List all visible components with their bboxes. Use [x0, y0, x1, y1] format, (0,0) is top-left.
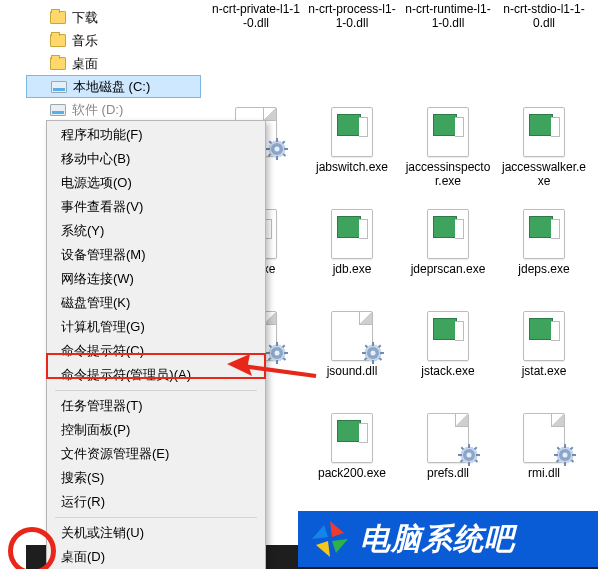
file-item[interactable]: jdb.exe — [304, 208, 400, 306]
context-menu-item[interactable]: 运行(R) — [47, 490, 265, 514]
svg-rect-23 — [362, 352, 366, 354]
file-item[interactable]: jstack.exe — [400, 310, 496, 408]
context-menu-item[interactable]: 电源选项(O) — [47, 171, 265, 195]
svg-point-39 — [467, 453, 472, 458]
annotation-start-circle — [8, 527, 56, 569]
file-item[interactable]: jaccesswalker.exe — [496, 106, 592, 204]
dll-icon — [516, 412, 572, 464]
svg-rect-17 — [282, 345, 286, 349]
file-item[interactable]: n-crt-runtime-l1-1-0.dll — [400, 4, 496, 102]
file-item[interactable]: jaccessinspector.exe — [400, 106, 496, 204]
context-menu-item[interactable]: 设备管理器(M) — [47, 243, 265, 267]
context-menu-item[interactable]: 磁盘管理(K) — [47, 291, 265, 315]
exe-icon — [324, 106, 380, 158]
svg-rect-11 — [276, 342, 278, 346]
dll-icon — [420, 412, 476, 464]
svg-rect-36 — [475, 459, 479, 463]
context-menu-item[interactable]: 命令提示符(管理员)(A) — [47, 363, 265, 387]
disk-icon — [51, 79, 67, 95]
svg-rect-14 — [284, 352, 288, 354]
context-menu-item[interactable]: 关机或注销(U) — [47, 521, 265, 545]
svg-rect-2 — [276, 156, 278, 160]
file-name: jstat.exe — [522, 364, 567, 378]
dll-icon — [324, 310, 380, 362]
tree-item-label: 本地磁盘 (C:) — [73, 78, 150, 96]
file-item[interactable]: jdeprscan.exe — [400, 208, 496, 306]
svg-rect-7 — [282, 141, 286, 145]
file-name: jdeprscan.exe — [411, 262, 486, 276]
svg-rect-43 — [554, 454, 558, 456]
svg-rect-38 — [460, 459, 464, 463]
file-item[interactable]: rmi.dll — [496, 412, 592, 510]
context-menu-item[interactable]: 程序和功能(F) — [47, 123, 265, 147]
context-menu-item[interactable]: 命令提示符(C) — [47, 339, 265, 363]
tree-item[interactable]: 音乐 — [26, 29, 201, 52]
exe-icon — [324, 412, 380, 464]
tree-item[interactable]: 下载 — [26, 6, 201, 29]
svg-rect-32 — [468, 462, 470, 466]
file-item[interactable]: n-crt-stdio-l1-1-0.dll — [496, 4, 592, 102]
file-name: jaccesswalker.exe — [499, 160, 589, 188]
svg-rect-3 — [266, 148, 270, 150]
exe-icon — [516, 208, 572, 260]
context-menu-item[interactable]: 网络连接(W) — [47, 267, 265, 291]
context-menu-item[interactable]: 桌面(D) — [47, 545, 265, 569]
svg-rect-16 — [283, 357, 287, 361]
exe-icon — [420, 310, 476, 362]
context-menu-item[interactable]: 文件资源管理器(E) — [47, 442, 265, 466]
svg-rect-31 — [468, 444, 470, 448]
disk-icon — [50, 102, 66, 118]
brand-logo-icon — [310, 519, 350, 559]
svg-rect-1 — [276, 138, 278, 142]
file-item[interactable]: n-crt-process-l1-1-0.dll — [304, 4, 400, 102]
context-menu-item[interactable]: 任务管理器(T) — [47, 394, 265, 418]
svg-rect-47 — [570, 447, 574, 451]
file-item[interactable]: jabswitch.exe — [304, 106, 400, 204]
svg-rect-5 — [269, 141, 273, 145]
context-menu-item[interactable]: 系统(Y) — [47, 219, 265, 243]
exe-icon — [420, 208, 476, 260]
context-menu-separator — [55, 390, 257, 391]
svg-point-49 — [563, 453, 568, 458]
file-name: jstack.exe — [421, 364, 474, 378]
tree-item-label: 下载 — [72, 9, 98, 27]
file-item[interactable]: pack200.exe — [304, 412, 400, 510]
svg-rect-34 — [476, 454, 480, 456]
file-name: n-crt-process-l1-1-0.dll — [307, 2, 397, 30]
svg-rect-21 — [372, 342, 374, 346]
tree-item-label: 软件 (D:) — [72, 101, 123, 119]
svg-rect-44 — [572, 454, 576, 456]
context-menu-item[interactable]: 搜索(S) — [47, 466, 265, 490]
svg-rect-26 — [379, 357, 383, 361]
tree-item[interactable]: 桌面 — [26, 52, 201, 75]
file-item[interactable]: n-crt-private-l1-1-0.dll — [208, 4, 304, 102]
folder-icon — [50, 10, 66, 26]
file-name: jsound.dll — [327, 364, 378, 378]
svg-point-29 — [371, 351, 376, 356]
context-menu-item[interactable]: 事件查看器(V) — [47, 195, 265, 219]
context-menu-item[interactable]: 计算机管理(G) — [47, 315, 265, 339]
file-item[interactable]: jdeps.exe — [496, 208, 592, 306]
file-name: rmi.dll — [528, 466, 560, 480]
svg-rect-42 — [564, 462, 566, 466]
svg-point-19 — [275, 351, 280, 356]
winx-context-menu: 程序和功能(F)移动中心(B)电源选项(O)事件查看器(V)系统(Y)设备管理器… — [46, 120, 266, 569]
svg-rect-45 — [557, 447, 561, 451]
svg-rect-22 — [372, 360, 374, 364]
tree-item[interactable]: 本地磁盘 (C:) — [26, 75, 201, 98]
exe-icon — [420, 106, 476, 158]
svg-rect-24 — [380, 352, 384, 354]
file-name: prefs.dll — [427, 466, 469, 480]
tree-item-label: 桌面 — [72, 55, 98, 73]
tree-item[interactable]: 软件 (D:) — [26, 98, 201, 121]
file-name: jdb.exe — [333, 262, 372, 276]
file-item[interactable]: jstat.exe — [496, 310, 592, 408]
file-item[interactable]: jsound.dll — [304, 310, 400, 408]
tree-item-label: 音乐 — [72, 32, 98, 50]
context-menu-item[interactable]: 控制面板(P) — [47, 418, 265, 442]
svg-rect-27 — [378, 345, 382, 349]
context-menu-item[interactable]: 移动中心(B) — [47, 147, 265, 171]
svg-rect-25 — [365, 345, 369, 349]
file-item[interactable]: prefs.dll — [400, 412, 496, 510]
svg-rect-41 — [564, 444, 566, 448]
